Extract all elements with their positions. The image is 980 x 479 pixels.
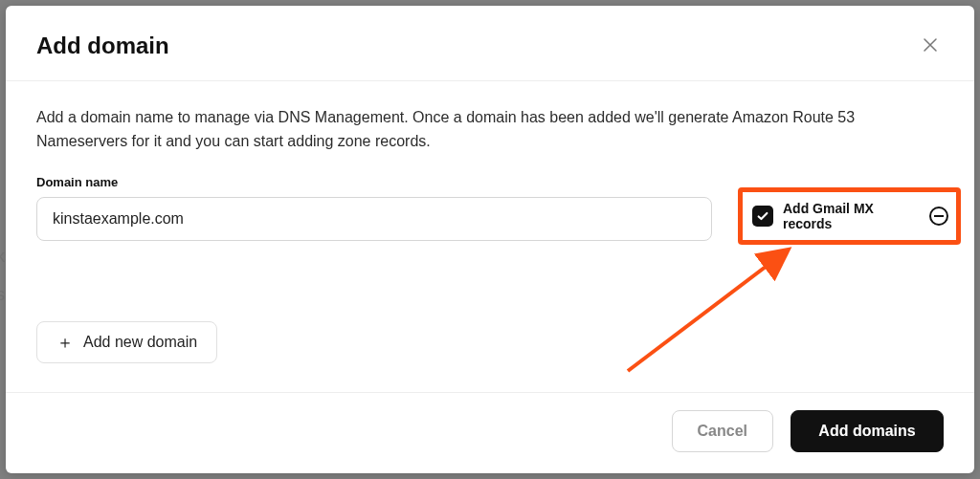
add-domains-button[interactable]: Add domains: [791, 410, 944, 452]
check-icon: [756, 209, 769, 223]
plus-icon: ＋: [56, 334, 74, 351]
gmail-mx-label: Add Gmail MX records: [783, 201, 920, 231]
remove-icon[interactable]: [929, 207, 948, 226]
close-icon: [923, 35, 938, 56]
modal-header: Add domain: [6, 6, 974, 81]
background-text: s: [0, 285, 5, 305]
close-button[interactable]: [917, 31, 944, 61]
add-new-domain-label: Add new domain: [83, 334, 197, 351]
gmail-mx-option-highlighted: Add Gmail MX records: [738, 187, 961, 245]
modal-title: Add domain: [36, 33, 169, 59]
gmail-mx-checkbox[interactable]: [752, 206, 773, 227]
domain-name-input[interactable]: [36, 197, 712, 241]
modal-description: Add a domain name to manage via DNS Mana…: [36, 106, 936, 154]
add-domain-modal: Add domain Add a domain name to manage v…: [6, 6, 974, 473]
add-new-domain-button[interactable]: ＋ Add new domain: [36, 321, 217, 363]
modal-body: Add a domain name to manage via DNS Mana…: [6, 81, 974, 392]
domain-input-row: Add Gmail MX records: [36, 197, 944, 241]
modal-footer: Cancel Add domains: [6, 392, 974, 473]
cancel-button[interactable]: Cancel: [672, 410, 773, 452]
